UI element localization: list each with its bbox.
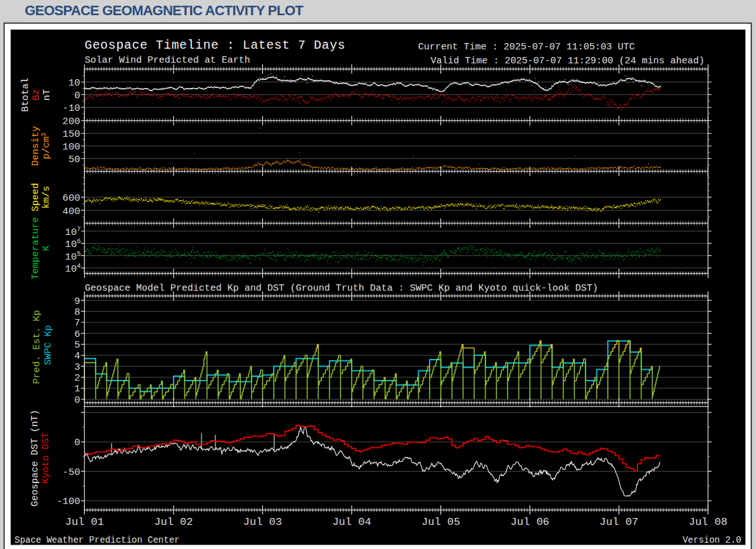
svg-text:km/s: km/s bbox=[41, 186, 52, 208]
svg-text:Speed: Speed bbox=[30, 183, 41, 211]
svg-text:Jul 05: Jul 05 bbox=[421, 516, 460, 528]
svg-text:Jul 02: Jul 02 bbox=[154, 516, 193, 528]
svg-text:Btotal: Btotal bbox=[20, 78, 31, 112]
svg-text:1: 1 bbox=[74, 383, 80, 394]
svg-text:Valid Time : 2025-07-07 11:29:: Valid Time : 2025-07-07 11:29:00 (24 min… bbox=[431, 56, 705, 66]
svg-text:Bz: Bz bbox=[31, 89, 42, 101]
svg-text:Jul 03: Jul 03 bbox=[243, 516, 282, 528]
svg-text:3: 3 bbox=[74, 362, 80, 373]
svg-text:50: 50 bbox=[68, 154, 80, 165]
svg-text:Jul 01: Jul 01 bbox=[65, 516, 104, 528]
svg-text:Geospace Timeline : Latest 7 D: Geospace Timeline : Latest 7 Days bbox=[84, 39, 345, 53]
svg-text:8: 8 bbox=[74, 306, 80, 318]
svg-text:7: 7 bbox=[74, 317, 80, 329]
svg-text:400: 400 bbox=[63, 206, 80, 217]
svg-text:Current Time : 2025-07-07 11:0: Current Time : 2025-07-07 11:05:03 UTC bbox=[418, 42, 635, 53]
svg-text:0: 0 bbox=[74, 90, 80, 101]
svg-text:150: 150 bbox=[63, 129, 80, 140]
svg-text:Version 2.0: Version 2.0 bbox=[682, 535, 741, 545]
svg-text:-100: -100 bbox=[56, 496, 80, 507]
svg-text:Temperature: Temperature bbox=[30, 217, 41, 280]
svg-text:Density: Density bbox=[30, 126, 41, 166]
svg-text:GEOSPACE GEOMAGNETIC ACTIVITY: GEOSPACE GEOMAGNETIC ACTIVITY PLOT bbox=[25, 3, 304, 18]
svg-text:Pred. Est. Kp: Pred. Est. Kp bbox=[32, 310, 42, 384]
svg-text:Kyoto DST: Kyoto DST bbox=[41, 432, 51, 484]
svg-text:100: 100 bbox=[63, 141, 80, 153]
svg-text:Jul 07: Jul 07 bbox=[599, 516, 638, 528]
svg-text:Geospace Model Predicted Kp an: Geospace Model Predicted Kp and DST (Gro… bbox=[85, 283, 598, 294]
svg-text:200: 200 bbox=[63, 116, 80, 127]
svg-text:p/cm3: p/cm3 bbox=[41, 132, 52, 159]
svg-text:9: 9 bbox=[74, 296, 80, 307]
svg-text:600: 600 bbox=[63, 192, 80, 204]
svg-text:SWPC Kp: SWPC Kp bbox=[43, 325, 54, 365]
svg-text:Jul 06: Jul 06 bbox=[511, 516, 549, 528]
svg-text:Solar Wind Predicted at Earth: Solar Wind Predicted at Earth bbox=[85, 55, 250, 66]
svg-text:-50: -50 bbox=[63, 467, 80, 478]
svg-text:6: 6 bbox=[74, 329, 80, 340]
svg-text:0: 0 bbox=[74, 394, 80, 406]
svg-text:-10: -10 bbox=[63, 103, 80, 114]
svg-text:10: 10 bbox=[68, 77, 80, 89]
svg-text:Jul 08: Jul 08 bbox=[689, 516, 727, 528]
svg-text:4: 4 bbox=[74, 350, 80, 362]
svg-text:K: K bbox=[41, 246, 52, 251]
svg-text:nT: nT bbox=[42, 89, 53, 101]
svg-text:Jul 04: Jul 04 bbox=[332, 516, 371, 528]
svg-text:Geospace DST (nT): Geospace DST (nT) bbox=[30, 410, 41, 507]
svg-text:Space Weather Prediction Cente: Space Weather Prediction Center bbox=[15, 535, 179, 545]
svg-text:0: 0 bbox=[74, 437, 80, 448]
svg-text:5: 5 bbox=[74, 339, 80, 351]
svg-text:2: 2 bbox=[74, 372, 80, 384]
